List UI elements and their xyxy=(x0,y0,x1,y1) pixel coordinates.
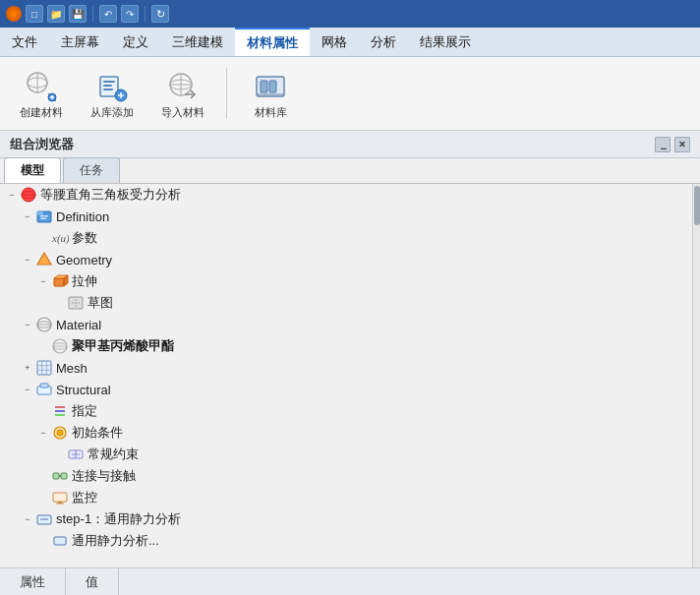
material-lib-icon xyxy=(253,69,288,104)
bottom-properties[interactable]: 属性 xyxy=(0,568,66,595)
import-material-icon xyxy=(165,69,201,104)
menu-mesh[interactable]: 网格 xyxy=(310,28,359,56)
toggle-normal-constraint xyxy=(51,446,67,462)
tree-item-init-cond[interactable]: − 初始条件 xyxy=(0,422,692,444)
tree-area: − 等腰直角三角板受力分析 − xyxy=(0,184,692,567)
refresh-btn[interactable]: ↻ xyxy=(151,5,169,23)
material-lib-btn[interactable]: 材料库 xyxy=(239,64,302,123)
svg-rect-8 xyxy=(103,81,115,83)
tree-label-normal-constraint: 常规约束 xyxy=(88,446,139,463)
tree-item-extrude[interactable]: − 拉伸 xyxy=(0,270,692,292)
toggle-init-cond[interactable]: − xyxy=(35,425,51,441)
tree-item-material[interactable]: − Material xyxy=(0,314,692,335)
save-btn[interactable]: 💾 xyxy=(69,5,87,23)
tree-label-material: Material xyxy=(56,318,101,332)
sep1 xyxy=(92,6,93,22)
icon-contact xyxy=(51,467,69,485)
add-from-lib-btn[interactable]: 从库添加 xyxy=(81,64,144,123)
tree-item-root[interactable]: − 等腰直角三角板受力分析 xyxy=(0,184,692,206)
tree-item-sketch[interactable]: 草图 xyxy=(0,292,692,314)
tabs-row: 模型 任务 xyxy=(0,158,700,184)
tree-item-assign[interactable]: 指定 xyxy=(0,400,692,422)
toolbar-sep xyxy=(226,68,227,119)
tree-item-monitor[interactable]: 监控 xyxy=(0,487,692,508)
tree-item-geometry[interactable]: − Geometry xyxy=(0,249,692,270)
new-btn[interactable]: □ xyxy=(26,5,43,23)
tree-label-step-sub: 通用静力分析... xyxy=(72,532,159,550)
svg-text:x(u): x(u) xyxy=(51,232,69,245)
toggle-step1[interactable]: − xyxy=(20,511,35,527)
toggle-root[interactable]: − xyxy=(4,187,20,203)
tab-model[interactable]: 模型 xyxy=(4,157,61,183)
create-material-icon xyxy=(24,69,59,104)
icon-pmma xyxy=(51,337,69,355)
menu-analysis[interactable]: 分析 xyxy=(359,28,408,56)
icon-monitor xyxy=(51,489,69,506)
scrollbar[interactable] xyxy=(692,184,700,567)
tree-label-structural: Structural xyxy=(56,383,111,397)
toggle-mesh[interactable]: + xyxy=(20,360,35,376)
tree-item-pmma[interactable]: 聚甲基丙烯酸甲酯 xyxy=(0,335,692,357)
toggle-material[interactable]: − xyxy=(20,317,35,332)
icon-step1 xyxy=(35,510,53,528)
tree-label-extrude: 拉伸 xyxy=(72,272,97,290)
tree-item-definition[interactable]: − Definition xyxy=(0,206,692,227)
toggle-pmma xyxy=(35,338,51,354)
tree-item-normal-constraint[interactable]: 常规约束 xyxy=(0,444,692,465)
panel-close-btn[interactable]: ✕ xyxy=(674,137,690,152)
tab-task[interactable]: 任务 xyxy=(63,157,120,183)
tree-item-params[interactable]: x(u) 参数 xyxy=(0,227,692,249)
undo-btn[interactable]: ↶ xyxy=(99,5,117,23)
menu-results[interactable]: 结果展示 xyxy=(408,28,483,56)
tree-item-step-sub[interactable]: 通用静力分析... xyxy=(0,530,692,552)
panel-header: 组合浏览器 ⎯ ✕ xyxy=(0,131,700,158)
panel-pin-btn[interactable]: ⎯ xyxy=(655,137,671,152)
toggle-sketch xyxy=(51,295,67,311)
tree-label-contact: 连接与接触 xyxy=(72,467,136,485)
tree-label-monitor: 监控 xyxy=(72,489,97,506)
panel-header-buttons: ⎯ ✕ xyxy=(655,137,690,152)
tree-item-step1[interactable]: − step-1：通用静力分析 xyxy=(0,508,692,530)
toggle-extrude[interactable]: − xyxy=(35,273,51,289)
menu-material[interactable]: 材料属性 xyxy=(235,28,310,56)
sep2 xyxy=(145,6,146,22)
toggle-structural[interactable]: − xyxy=(20,382,35,397)
svg-rect-33 xyxy=(54,278,64,286)
toggle-contact xyxy=(35,468,51,484)
menu-home[interactable]: 主屏幕 xyxy=(49,28,111,56)
tree-area-wrap: − 等腰直角三角板受力分析 − xyxy=(0,184,700,567)
toggle-step-sub xyxy=(35,533,51,549)
svg-rect-60 xyxy=(53,473,59,479)
toggle-definition[interactable]: − xyxy=(20,208,35,224)
icon-sketch xyxy=(67,294,85,312)
toggle-geometry[interactable]: − xyxy=(20,252,35,268)
menu-file[interactable]: 文件 xyxy=(0,28,49,56)
redo-btn[interactable]: ↷ xyxy=(121,5,139,23)
scrollbar-thumb[interactable] xyxy=(694,186,700,225)
import-material-btn[interactable]: 导入材料 xyxy=(151,64,214,123)
icon-assign xyxy=(51,402,69,420)
svg-rect-20 xyxy=(261,81,267,92)
svg-rect-9 xyxy=(103,85,112,87)
create-material-btn[interactable]: 创建材料 xyxy=(10,64,73,123)
icon-extrude xyxy=(51,272,69,290)
tree-label-geometry: Geometry xyxy=(56,253,112,268)
svg-marker-32 xyxy=(37,253,51,265)
main-container: 组合浏览器 ⎯ ✕ 模型 任务 − xyxy=(0,131,700,595)
bottom-values[interactable]: 值 xyxy=(66,568,119,595)
svg-rect-68 xyxy=(54,537,66,545)
menu-definition[interactable]: 定义 xyxy=(111,28,160,56)
tree-label-root: 等腰直角三角板受力分析 xyxy=(40,186,181,204)
icon-structural xyxy=(35,381,53,398)
tree-label-mesh: Mesh xyxy=(56,361,88,376)
svg-rect-63 xyxy=(53,493,67,502)
toggle-params xyxy=(35,230,51,246)
tree-item-structural[interactable]: − Structural xyxy=(0,379,692,400)
tree-item-mesh[interactable]: + Mesh xyxy=(0,357,692,379)
open-btn[interactable]: 📁 xyxy=(47,5,65,23)
panel-title: 组合浏览器 xyxy=(10,136,74,153)
icon-root xyxy=(20,186,37,204)
icon-definition xyxy=(35,208,53,225)
tree-item-contact[interactable]: 连接与接触 xyxy=(0,465,692,487)
menu-3d[interactable]: 三维建模 xyxy=(160,28,235,56)
